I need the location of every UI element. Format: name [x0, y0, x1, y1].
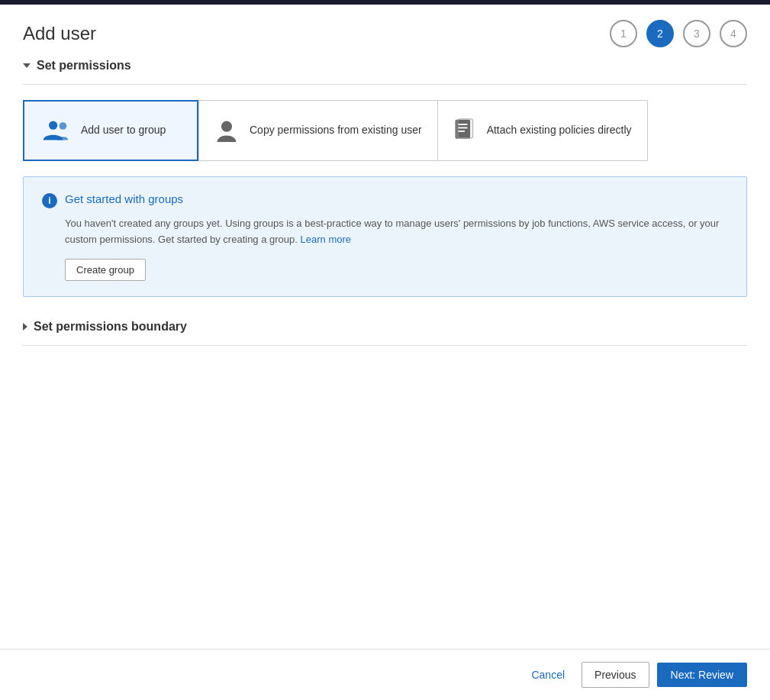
- svg-point-2: [221, 121, 232, 132]
- learn-more-link[interactable]: Learn more: [301, 234, 351, 245]
- svg-rect-4: [458, 124, 467, 125]
- info-icon: i: [42, 193, 57, 208]
- policy-icon: [453, 118, 476, 143]
- svg-rect-5: [458, 127, 467, 129]
- step-2[interactable]: 2: [646, 20, 674, 47]
- info-box: i Get started with groups You haven't cr…: [23, 176, 747, 297]
- group-users-icon: [40, 119, 70, 142]
- option-copy-permissions[interactable]: Copy permissions from existing user: [198, 100, 437, 161]
- permissions-boundary-title: Set permissions boundary: [34, 320, 187, 334]
- info-title: Get started with groups: [65, 192, 183, 205]
- step-3[interactable]: 3: [683, 20, 710, 47]
- info-box-header: i Get started with groups: [42, 192, 728, 208]
- option-attach-policies[interactable]: Attach existing policies directly: [437, 100, 648, 161]
- set-permissions-divider: [23, 84, 747, 85]
- set-permissions-header: Set permissions: [23, 59, 747, 73]
- option-add-user-label: Add user to group: [81, 123, 166, 138]
- permission-options: Add user to group Copy permissions from …: [23, 100, 747, 161]
- step-1[interactable]: 1: [610, 20, 637, 47]
- copy-user-icon: [214, 118, 239, 143]
- header: Add user 1 2 3 4: [0, 5, 770, 59]
- permissions-boundary-header: Set permissions boundary: [23, 320, 747, 334]
- main-content: Set permissions Add user to group Copy p…: [0, 59, 770, 346]
- option-add-user-to-group[interactable]: Add user to group: [23, 100, 198, 161]
- option-copy-permissions-label: Copy permissions from existing user: [250, 123, 422, 138]
- previous-button[interactable]: Previous: [582, 662, 649, 688]
- next-review-button[interactable]: Next: Review: [657, 663, 747, 687]
- option-attach-policies-label: Attach existing policies directly: [487, 123, 632, 138]
- svg-rect-3: [455, 120, 470, 139]
- permissions-boundary-chevron[interactable]: [23, 323, 27, 331]
- set-permissions-title: Set permissions: [37, 59, 131, 73]
- footer: Cancel Previous Next: Review: [0, 649, 770, 700]
- step-indicators: 1 2 3 4: [610, 20, 747, 47]
- create-group-button[interactable]: Create group: [65, 259, 146, 281]
- info-body-text: You haven't created any groups yet. Usin…: [42, 216, 728, 248]
- permissions-boundary-section: Set permissions boundary: [23, 320, 747, 346]
- permissions-boundary-divider: [23, 345, 747, 346]
- step-4[interactable]: 4: [720, 20, 747, 47]
- cancel-button[interactable]: Cancel: [522, 663, 574, 687]
- set-permissions-chevron[interactable]: [23, 63, 31, 68]
- svg-point-1: [60, 122, 67, 130]
- svg-point-0: [49, 121, 57, 130]
- svg-rect-6: [458, 131, 465, 132]
- page-title: Add user: [23, 23, 96, 44]
